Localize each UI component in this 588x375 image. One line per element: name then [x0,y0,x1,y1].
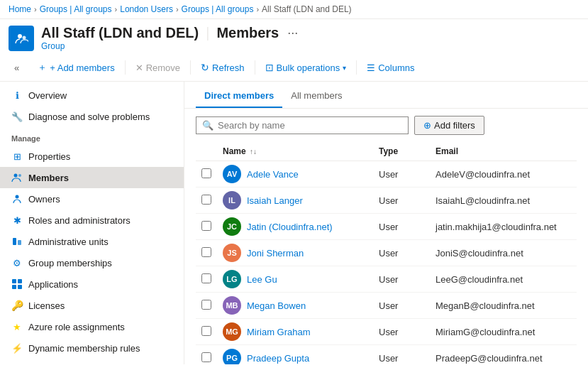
row-email-cell: IsaiahL@cloudinfra.net [430,188,577,214]
row-type-cell: User [373,188,430,214]
col-type-header: Type [373,142,430,161]
bulk-operations-button[interactable]: ⊡ Bulk operations ▾ [258,59,354,76]
sidebar-item-dynamic-rules[interactable]: ⚡ Dynamic membership rules [0,337,184,359]
sidebar-item-group-memberships[interactable]: ⚙ Group memberships [0,252,184,273]
col-checkbox [196,142,217,161]
breadcrumb-all-groups-2[interactable]: Groups | All groups [182,4,254,14]
breadcrumb-home[interactable]: Home [9,4,31,14]
member-name-link[interactable]: Miriam Graham [247,327,311,337]
more-options-icon[interactable]: ··· [287,26,298,40]
search-input-wrap[interactable]: 🔍 [196,116,409,134]
svg-point-2 [14,174,18,178]
row-checkbox[interactable] [201,195,211,205]
chevron-down-icon: ▾ [343,64,346,72]
row-type-cell: User [373,345,430,365]
row-checkbox-cell [196,161,217,188]
page-title: All Staff (LDN and DEL) [41,25,199,41]
group-subtitle: Group [41,41,298,51]
svg-rect-5 [13,238,16,245]
remove-button[interactable]: ✕ Remove [128,60,187,76]
table-row: PG Pradeep Gupta User PradeepG@cloudinfr… [196,345,577,365]
search-bar: 🔍 ⊕ Add filters [184,109,588,142]
toolbar-separator [125,60,126,75]
table-row: JS Joni Sherman User JoniS@cloudinfra.ne… [196,240,577,266]
svg-point-4 [16,195,19,199]
members-table: Name ↑↓ Type Email AV Adele Vance User A… [196,142,577,364]
columns-button[interactable]: ☰ Columns [360,60,421,76]
svg-rect-8 [18,279,22,283]
svg-rect-10 [18,285,22,289]
sidebar-item-diagnose[interactable]: 🔧 Diagnose and solve problems [0,106,184,127]
row-checkbox-cell [196,293,217,319]
row-email-cell: AdeleV@cloudinfra.net [430,161,577,188]
table-row: MB Megan Bowen User MeganB@cloudinfra.ne… [196,293,577,319]
filter-icon: ⊕ [423,120,431,131]
search-input[interactable] [218,120,402,131]
member-name-link[interactable]: Isaiah Langer [247,195,303,206]
member-name-link[interactable]: Megan Bowen [247,300,306,311]
breadcrumb-all-groups[interactable]: Groups | All groups [40,4,112,14]
wrench-icon: 🔧 [11,111,23,122]
add-filters-button[interactable]: ⊕ Add filters [414,116,484,135]
manage-section-label: Manage [0,127,184,146]
breadcrumb: Home › Groups | All groups › London User… [0,0,588,19]
table-row: JC Jatin (Cloudinfra.net) User jatin.mak… [196,214,577,240]
svg-point-3 [18,174,21,177]
row-name-cell: AV Adele Vance [217,161,373,188]
azure-roles-icon: ★ [11,321,23,332]
row-checkbox[interactable] [201,352,211,362]
sidebar-item-licenses[interactable]: 🔑 Licenses [0,295,184,316]
avatar: AV [223,165,241,183]
collapse-button[interactable]: « [9,60,25,76]
avatar: PG [223,349,241,364]
sidebar-item-roles[interactable]: ✱ Roles and administrators [0,210,184,231]
sidebar-item-owners[interactable]: Owners [0,188,184,210]
row-name-cell: MG Miriam Graham [217,319,373,345]
row-checkbox-cell [196,319,217,345]
avatar: MB [223,296,241,315]
page-section: Members [216,25,279,41]
member-name-link[interactable]: Joni Sherman [247,248,304,259]
info-icon: ℹ [11,89,23,101]
member-name-link[interactable]: Adele Vance [247,169,299,180]
remove-icon: ✕ [135,62,143,73]
toolbar: « ＋ + Add members ✕ Remove ↻ Refresh ⊡ B… [0,54,588,82]
row-checkbox[interactable] [201,273,211,283]
member-name-link[interactable]: Jatin (Cloudinfra.net) [247,222,333,232]
tab-all-members[interactable]: All members [282,85,350,108]
table-row: LG Lee Gu User LeeG@cloudinfra.net [196,266,577,293]
tab-direct-members[interactable]: Direct members [196,85,282,108]
sidebar-item-overview[interactable]: ℹ Overview [0,85,184,106]
row-checkbox[interactable] [201,168,211,178]
avatar: LG [223,270,241,288]
sidebar-item-members[interactable]: Members [0,167,184,188]
row-checkbox[interactable] [201,326,211,336]
sidebar-item-applications[interactable]: Applications [0,273,184,295]
row-email-cell: LeeG@cloudinfra.net [430,266,577,293]
members-table-wrapper: Name ↑↓ Type Email AV Adele Vance User A… [184,142,588,364]
row-email-cell: MeganB@cloudinfra.net [430,293,577,319]
owners-icon [11,193,23,205]
row-checkbox[interactable] [201,300,211,310]
refresh-icon: ↻ [201,62,209,73]
col-name-header[interactable]: Name ↑↓ [217,142,373,161]
svg-point-1 [23,36,26,39]
row-name-cell: MB Megan Bowen [217,293,373,319]
search-icon: 🔍 [202,120,213,131]
member-name-link[interactable]: Pradeep Gupta [247,353,309,364]
row-checkbox[interactable] [201,221,211,231]
row-type-cell: User [373,214,430,240]
sort-icon: ↑↓ [250,148,257,156]
member-name-link[interactable]: Lee Gu [247,274,277,285]
refresh-button[interactable]: ↻ Refresh [194,59,252,76]
row-type-cell: User [373,240,430,266]
add-members-button[interactable]: ＋ + Add members [30,58,121,77]
row-type-cell: User [373,161,430,188]
row-checkbox[interactable] [201,247,211,257]
sidebar-item-admin-units[interactable]: Administrative units [0,231,184,252]
breadcrumb-london-users[interactable]: London Users [120,4,173,14]
sidebar-item-properties[interactable]: ⊞ Properties [0,146,184,167]
avatar: JS [223,244,241,262]
content-area: Direct members All members 🔍 ⊕ Add filte… [184,82,588,364]
sidebar-item-azure-roles[interactable]: ★ Azure role assignments [0,316,184,337]
